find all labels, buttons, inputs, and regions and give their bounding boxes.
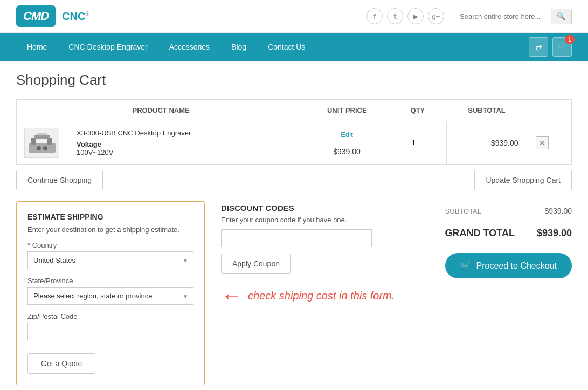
nav-item-blog[interactable]: Blog <box>220 33 257 61</box>
svg-rect-3 <box>34 135 50 139</box>
get-quote-button[interactable]: Get a Quote <box>27 353 95 374</box>
apply-coupon-button[interactable]: Apply Coupon <box>221 254 291 274</box>
update-cart-button[interactable]: Update Shopping Cart <box>474 170 572 190</box>
nav-item-home[interactable]: Home <box>16 33 58 61</box>
checkout-button[interactable]: 🛒 Proceed to Checkout <box>445 253 572 278</box>
svg-point-5 <box>43 146 47 150</box>
top-header: CMD CNC® f 𝕥 ▶ g+ 🔍 <box>0 0 588 33</box>
annotation: ← check shiping cost in this form. <box>221 285 429 306</box>
product-attr: Voltage 100V~120V <box>77 140 296 156</box>
cart-checkout-icon: 🛒 <box>460 261 471 271</box>
qty-input[interactable] <box>407 136 428 149</box>
nav-icons: ⇄ 🛒 1 <box>529 37 572 57</box>
col-subtotal: SUBTOTAL <box>446 100 527 121</box>
subtotal-cell: $939.00 <box>446 121 527 165</box>
cart-badge: 1 <box>565 35 575 44</box>
state-select[interactable]: Please select region, state or province <box>27 287 193 305</box>
zip-group: Zip/Postal Code <box>27 312 193 340</box>
youtube-icon[interactable]: ▶ <box>407 8 424 24</box>
grand-total-row: GRAND TOTAL $939.00 <box>445 221 572 242</box>
discount-section: DISCOUNT CODES Enter your coupon code if… <box>221 201 429 306</box>
country-label: * Country <box>27 241 193 249</box>
col-unit-price: UNIT PRICE <box>305 100 389 121</box>
order-summary: SUBTOTAL $939.00 GRAND TOTAL $939.00 🛒 P… <box>445 201 572 278</box>
search-input[interactable] <box>454 9 551 24</box>
search-button[interactable]: 🔍 <box>551 9 571 24</box>
logo-cnc: CNC® <box>62 10 89 23</box>
main-content: Shopping Cart PRODUCT NAME UNIT PRICE QT… <box>0 61 588 390</box>
googleplus-icon[interactable]: g+ <box>428 8 444 24</box>
cart-table: PRODUCT NAME UNIT PRICE QTY SUBTOTAL <box>16 99 572 165</box>
nav-bar: Home CNC Desktop Engraver Accessories Bl… <box>0 33 588 61</box>
logo-box: CMD <box>16 5 56 27</box>
continue-shopping-button[interactable]: Continue Shopping <box>16 170 103 190</box>
arrow-icon: ← <box>221 285 243 306</box>
subtotal-label: SUBTOTAL <box>445 207 481 215</box>
logo-cmd: CMD <box>23 9 49 23</box>
checkout-label: Proceed to Checkout <box>476 261 557 271</box>
product-image <box>24 128 59 158</box>
country-group: * Country United States Canada United Ki… <box>27 241 193 269</box>
cart-actions: Continue Shopping Update Shopping Cart <box>16 170 572 190</box>
zip-label: Zip/Postal Code <box>27 312 193 320</box>
product-image-cell <box>17 121 68 165</box>
country-select-wrapper: United States Canada United Kingdom <box>27 251 193 269</box>
estimate-shipping-panel: ESTIMATE SHIPPING Enter your destination… <box>16 201 205 385</box>
attr-value: 100V~120V <box>77 148 113 156</box>
twitter-icon[interactable]: 𝕥 <box>387 8 403 24</box>
grand-total-amount: $939.00 <box>537 228 572 239</box>
nav-item-accessories[interactable]: Accessories <box>158 33 220 61</box>
price-cell: Edit $939.00 <box>305 121 389 165</box>
facebook-icon[interactable]: f <box>366 8 383 24</box>
product-name-cell: X3-300-USB CNC Desktop Engraver Voltage … <box>68 121 305 165</box>
logo-area[interactable]: CMD CNC® <box>16 5 89 27</box>
col-product-name: PRODUCT NAME <box>17 100 306 121</box>
state-select-wrapper: Please select region, state or province <box>27 287 193 305</box>
subtotal-row: SUBTOTAL $939.00 <box>445 203 572 218</box>
product-thumbnail <box>26 129 58 156</box>
svg-point-4 <box>37 146 41 150</box>
country-select[interactable]: United States Canada United Kingdom <box>27 251 193 269</box>
subtotal-value: $939.00 <box>491 139 518 147</box>
discount-description: Enter your coupon code if you have one. <box>221 216 429 224</box>
annotation-text: check shiping cost in this form. <box>248 290 395 302</box>
nav-links: Home CNC Desktop Engraver Accessories Bl… <box>16 33 316 61</box>
zip-input[interactable] <box>27 323 193 340</box>
bottom-section: ESTIMATE SHIPPING Enter your destination… <box>16 201 572 385</box>
social-search-area: f 𝕥 ▶ g+ 🔍 <box>366 8 572 24</box>
transfer-icon[interactable]: ⇄ <box>529 37 548 57</box>
state-group: State/Province Please select region, sta… <box>27 277 193 305</box>
search-bar: 🔍 <box>454 9 572 24</box>
grand-total-label: GRAND TOTAL <box>445 228 515 239</box>
col-qty: QTY <box>389 100 446 121</box>
page-title: Shopping Cart <box>16 72 572 88</box>
coupon-input[interactable] <box>221 229 372 247</box>
unit-price: $939.00 <box>333 147 361 156</box>
state-label: State/Province <box>27 277 193 285</box>
col-remove <box>527 100 572 121</box>
remove-button[interactable]: ✕ <box>536 136 549 149</box>
subtotal-amount: $939.00 <box>544 207 572 215</box>
nav-item-cnc-desktop-engraver[interactable]: CNC Desktop Engraver <box>58 33 158 61</box>
product-title: X3-300-USB CNC Desktop Engraver <box>77 129 296 137</box>
table-row: X3-300-USB CNC Desktop Engraver Voltage … <box>17 121 572 165</box>
remove-cell: ✕ <box>527 121 572 165</box>
cart-button[interactable]: 🛒 1 <box>552 37 572 57</box>
estimate-shipping-title: ESTIMATE SHIPPING <box>27 213 193 221</box>
qty-cell <box>389 121 446 165</box>
estimate-shipping-description: Enter your destination to get a shipping… <box>27 225 193 234</box>
discount-title: DISCOUNT CODES <box>221 203 429 213</box>
nav-item-contact-us[interactable]: Contact Us <box>257 33 316 61</box>
attr-label: Voltage <box>77 140 101 148</box>
svg-rect-6 <box>37 133 47 135</box>
edit-link[interactable]: Edit <box>341 131 352 139</box>
